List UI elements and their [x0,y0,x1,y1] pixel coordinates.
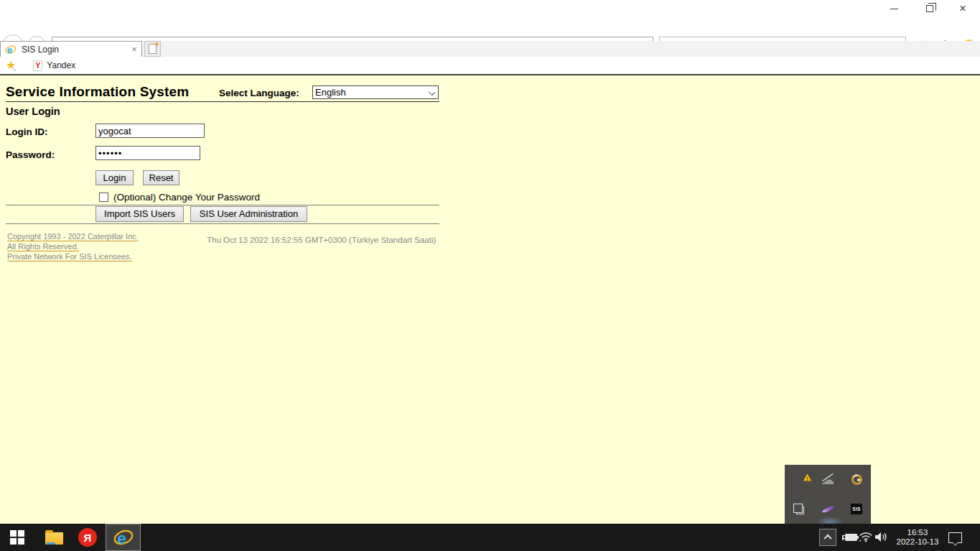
login-button[interactable]: Login [95,170,134,185]
folder-icon [45,532,63,545]
page-title: Service Information System [6,84,189,100]
import-sis-users-button[interactable]: Import SIS Users [95,206,184,222]
copyright-link[interactable]: Copyright 1993 - 2022 Caterpillar Inc. [7,233,139,241]
password-label: Password: [6,149,55,160]
favorite-item-yandex[interactable]: Y Yandex [29,57,80,73]
minimize-icon [890,9,898,9]
gold-ring-icon [851,474,862,485]
restore-icon [926,5,933,12]
feather-icon [821,504,834,514]
tray-overflow-popup: ! ☁ SIS [785,465,871,524]
new-tab-icon: * [149,44,157,54]
speaker-icon [874,532,888,542]
title-divider [6,101,439,102]
section-title: User Login [6,106,60,117]
ie-logo-icon: e [113,527,134,547]
favorites-bar: ★→ Y Yandex [0,57,980,74]
change-password-checkbox[interactable] [99,193,108,202]
notification-icon [948,532,962,543]
language-label: Select Language: [219,88,299,98]
browser-navbar: ← → e https://127.0.0.1:444/sisweb/servl… [0,17,980,41]
tray-sis-item[interactable]: SIS [842,494,871,524]
window-restore-button[interactable] [916,0,943,17]
reset-button[interactable]: Reset [143,170,179,185]
battery-status-icon[interactable] [839,532,857,542]
file-explorer-button[interactable] [40,524,67,551]
favorites-bar-icon[interactable]: ★→ [6,60,16,71]
favorite-label: Yandex [47,60,75,70]
close-icon: × [959,2,966,15]
volume-button[interactable] [873,530,889,543]
chevron-up-icon [823,534,831,542]
divider [6,205,439,205]
wifi-icon [859,532,873,542]
action-center-button[interactable] [946,529,963,545]
clock-time: 16:53 [907,528,928,538]
tab-sis-login[interactable]: e SIS Login × [0,41,142,57]
login-id-field[interactable] [95,124,205,138]
yandex-icon: Я [78,528,97,547]
ie-favicon-icon: e [5,44,17,55]
tab-bar: e SIS Login × * [0,41,980,57]
login-id-label: Login ID: [6,126,47,137]
tray-ring-app-item[interactable] [842,465,871,494]
yandex-browser-button[interactable]: Я [73,524,102,551]
tray-defender-item[interactable]: ! [785,465,813,494]
plug-icon [839,535,844,540]
rights-link[interactable]: All Rights Reserved. [7,243,79,251]
divider [6,223,439,224]
start-button[interactable] [3,524,32,551]
browser-titlebar: × [0,0,980,17]
copy-icon [796,506,804,514]
svg-text:e: e [7,45,12,55]
green-arrow-icon: → [10,65,17,73]
warning-triangle-icon: ! [803,474,811,481]
change-password-label: (Optional) Change Your Password [113,192,260,203]
windows-logo-icon [10,530,24,545]
window-minimize-button[interactable] [880,0,907,17]
svg-text:e: e [117,529,126,547]
footer-links: Copyright 1993 - 2022 Caterpillar Inc. A… [7,233,139,263]
sis-login-page: Service Information System Select Langua… [0,75,980,524]
sis-app-icon: SIS [851,504,862,514]
tray-onedrive-item[interactable]: ☁ [813,465,842,494]
yandex-favicon-icon: Y [33,60,42,71]
desktop-screen: × ← → e https://127.0.0.1:444/sisweb/ser… [0,0,980,551]
language-select[interactable]: English [312,85,439,99]
new-tab-star-icon: * [155,40,159,51]
tab-close-button[interactable]: × [127,44,141,55]
internet-explorer-button[interactable]: e [106,524,141,551]
cloud-offline-icon: ☁ [821,473,835,486]
chevron-down-icon [429,89,435,96]
password-field[interactable] [95,146,200,160]
language-select-value: English [315,87,346,98]
sis-user-admin-button[interactable]: SIS User Administration [190,206,307,222]
tab-title: SIS Login [22,45,127,55]
tray-expand-button[interactable] [819,529,836,546]
new-tab-button[interactable]: * [144,41,161,57]
clock-date: 2022-10-13 [897,537,939,547]
tray-clipboard-item[interactable] [785,494,813,524]
private-network-link[interactable]: Private Network For SIS Licensees. [7,253,132,261]
taskbar-clock[interactable]: 16:53 2022-10-13 [892,526,943,549]
server-timestamp: Thu Oct 13 2022 16:52:55 GMT+0300 (Türki… [207,236,436,244]
battery-icon [845,534,857,541]
window-close-button[interactable]: × [949,0,976,17]
network-status-button[interactable] [859,531,873,542]
taskbar: Я e 16:53 2 [0,524,980,551]
